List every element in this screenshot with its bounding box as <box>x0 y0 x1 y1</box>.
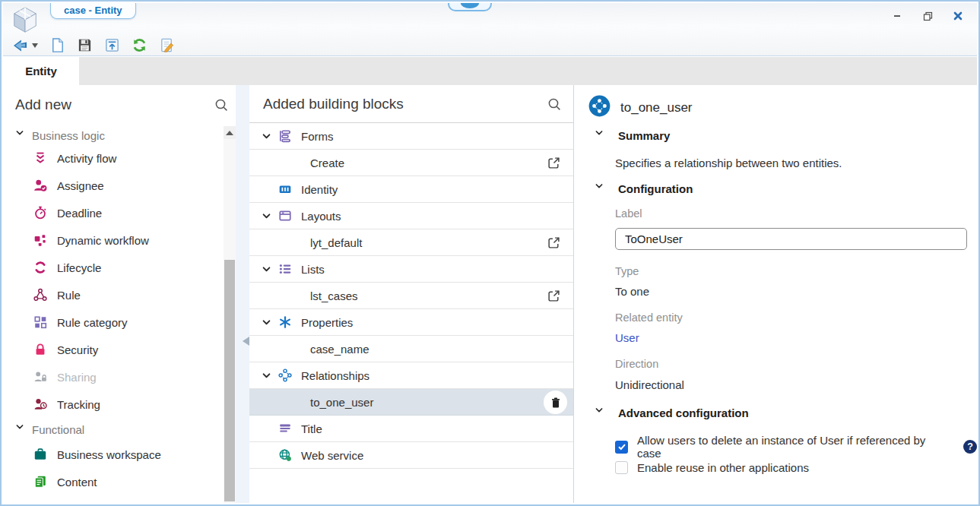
item-label: Content <box>57 476 97 489</box>
item-security[interactable]: Security <box>3 336 224 363</box>
configuration-section-header[interactable]: Configuration <box>595 182 693 195</box>
restore-button[interactable] <box>918 9 937 23</box>
type-field-value: To one <box>615 285 649 298</box>
search-icon[interactable] <box>547 97 561 111</box>
title-icon <box>278 422 292 435</box>
collapse-panel-handle[interactable] <box>238 337 249 346</box>
type-field-label: Type <box>615 265 639 277</box>
row-lists[interactable]: Lists <box>249 256 573 283</box>
checkbox-checked[interactable] <box>615 441 628 454</box>
row-case-name[interactable]: case_name <box>249 336 573 362</box>
row-label: Web service <box>301 449 363 462</box>
scrollbar-thumb[interactable] <box>224 260 235 501</box>
relationship-badge-icon <box>588 95 611 120</box>
detail-panel: to_one_user Summary Specifies a relation… <box>575 85 977 503</box>
lifecycle-icon <box>33 261 47 274</box>
item-label: Sharing <box>57 371 97 384</box>
direction-field-value: Unidirectional <box>615 378 684 391</box>
item-label: Lifecycle <box>57 261 101 274</box>
briefcase-icon <box>33 447 47 461</box>
search-icon[interactable] <box>214 98 228 112</box>
chevron-down-icon <box>595 182 608 195</box>
row-create[interactable]: Create <box>249 150 573 176</box>
row-to-one-user[interactable]: to_one_user <box>249 389 573 416</box>
item-dynamic-workflow[interactable]: Dynamic workflow <box>3 226 224 254</box>
rule-icon <box>33 288 47 302</box>
export-menu-button[interactable] <box>11 36 40 55</box>
item-business-workspace[interactable]: Business workspace <box>3 441 224 468</box>
row-identity[interactable]: Identity <box>249 176 573 203</box>
item-lifecycle[interactable]: Lifecycle <box>3 254 224 281</box>
group-functional[interactable]: Functional <box>3 418 224 441</box>
item-rule[interactable]: Rule <box>3 281 224 308</box>
chevron-down-icon[interactable] <box>262 371 272 381</box>
chevron-down-icon[interactable] <box>262 318 272 327</box>
related-entity-label: Related entity <box>615 312 683 324</box>
summary-section-header[interactable]: Summary <box>595 128 670 142</box>
item-tracking[interactable]: Tracking <box>3 391 224 418</box>
row-label: Relationships <box>301 369 369 382</box>
item-rule-category[interactable]: Rule category <box>3 308 224 336</box>
checkbox-label: Allow users to delete an instance of Use… <box>637 434 950 460</box>
scroll-up-button[interactable] <box>224 126 236 139</box>
add-new-panel: Add new Business logic Activity flow <box>3 85 236 503</box>
close-button[interactable] <box>948 9 968 23</box>
row-properties[interactable]: Properties <box>249 309 573 336</box>
row-relationships[interactable]: Relationships <box>249 362 573 389</box>
item-deadline[interactable]: Deadline <box>3 199 224 226</box>
toolbar <box>11 35 176 55</box>
document-tab[interactable]: case - Entity <box>50 3 136 19</box>
row-layouts[interactable]: Layouts <box>249 203 573 229</box>
item-label: Deadline <box>57 207 102 220</box>
item-label: Activity flow <box>57 152 116 165</box>
save-button[interactable] <box>75 36 94 55</box>
deadline-icon <box>33 206 47 220</box>
row-label: Lists <box>301 263 325 276</box>
item-discussion[interactable]: Discussion <box>3 495 224 503</box>
new-document-button[interactable] <box>47 36 67 55</box>
row-lst-cases[interactable]: lst_cases <box>249 283 573 309</box>
section-heading: Summary <box>618 129 670 142</box>
relationships-icon <box>278 368 292 382</box>
row-forms[interactable]: Forms <box>249 123 573 150</box>
item-content[interactable]: Content <box>3 468 224 495</box>
help-icon[interactable] <box>963 440 977 454</box>
chevron-down-icon[interactable] <box>262 211 272 221</box>
open-in-new-icon[interactable] <box>547 157 560 169</box>
security-lock-icon <box>33 343 47 356</box>
group-business-logic[interactable]: Business logic <box>3 126 224 144</box>
minimize-button[interactable] <box>887 9 907 23</box>
open-in-new-icon[interactable] <box>547 289 560 302</box>
tab-entity[interactable]: Entity <box>3 57 79 85</box>
content-documents-icon <box>33 475 47 489</box>
row-web-service[interactable]: Web service <box>249 442 573 469</box>
row-lyt-default[interactable]: lyt_default <box>249 229 573 256</box>
row-label: Title <box>301 422 322 435</box>
chevron-down-icon <box>595 406 608 419</box>
related-entity-link[interactable]: User <box>615 331 639 344</box>
tracking-icon <box>33 397 47 411</box>
chevron-down-icon[interactable] <box>262 131 272 141</box>
app-window: case - Entity <box>0 0 980 506</box>
refresh-button[interactable] <box>129 36 149 55</box>
publish-button[interactable] <box>102 36 122 55</box>
forms-icon <box>278 129 292 143</box>
row-label: Forms <box>301 130 334 143</box>
edit-properties-button[interactable] <box>157 36 176 55</box>
advanced-section-header[interactable]: Advanced configuration <box>595 406 749 419</box>
ribbon-toggle-handle[interactable] <box>448 3 492 11</box>
open-in-new-icon[interactable] <box>547 236 560 249</box>
row-title[interactable]: Title <box>249 416 573 442</box>
chevron-down-icon <box>15 128 25 142</box>
checkbox-unchecked[interactable] <box>615 461 628 474</box>
window-controls <box>887 9 968 23</box>
sharing-icon <box>33 370 47 384</box>
delete-button[interactable] <box>544 391 567 414</box>
chevron-down-icon <box>595 128 608 142</box>
allow-delete-option: Allow users to delete an instance of Use… <box>615 434 977 460</box>
item-assignee[interactable]: Assignee <box>3 172 224 199</box>
item-sharing[interactable]: Sharing <box>3 363 224 391</box>
chevron-down-icon[interactable] <box>262 264 272 274</box>
item-activity-flow[interactable]: Activity flow <box>3 144 224 172</box>
label-input[interactable] <box>615 228 967 250</box>
